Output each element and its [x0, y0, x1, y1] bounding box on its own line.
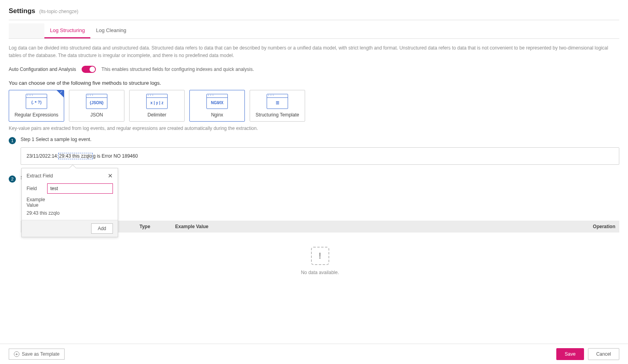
empty-text: No data available. — [21, 270, 619, 275]
method-nginx[interactable]: NGIИX Nginx — [189, 90, 245, 122]
popover-title: Extract Field — [27, 173, 53, 179]
col-operation: Operation — [588, 221, 619, 233]
field-label: Field — [27, 186, 43, 191]
method-structuring-template[interactable]: ☰ Structuring Template — [250, 90, 305, 122]
method-delimiter[interactable]: x | y | z Delimiter — [129, 90, 185, 122]
description-text: Log data can be divided into structured … — [9, 44, 619, 59]
close-icon[interactable]: ✕ — [108, 172, 113, 179]
example-value-text: 29:43 this zzqlo — [22, 210, 118, 220]
methods-hint: Key-value pairs are extracted from log e… — [9, 126, 619, 131]
selected-text[interactable]: 29:43 this zzqlo — [58, 153, 93, 159]
tabs: Log Structuring Log Cleaning — [9, 23, 619, 39]
auto-config-label: Auto Configuration and Analysis — [9, 67, 76, 72]
add-button[interactable]: Add — [91, 223, 113, 234]
col-example: Example Value — [171, 221, 588, 233]
methods-list: (.＊?) Regular Expressions {JSON} JSON x … — [9, 90, 619, 122]
field-input[interactable] — [47, 183, 113, 194]
example-value-label: Example Value — [27, 197, 54, 208]
extract-field-popover: Extract Field ✕ Field Example Value 29:4… — [21, 168, 118, 237]
method-regular-expressions[interactable]: (.＊?) Regular Expressions — [9, 90, 64, 122]
method-json[interactable]: {JSON} JSON — [69, 90, 124, 122]
methods-title: You can choose one of the following five… — [9, 80, 619, 86]
col-type: Type — [136, 221, 171, 233]
page-header: Settings (lts-topic-zhengze) — [9, 7, 619, 20]
auto-config-hint: This enables structured fields for confi… — [101, 67, 254, 72]
auto-config-row: Auto Configuration and Analysis This ena… — [9, 66, 619, 73]
delimiter-icon: x | y | z — [146, 94, 168, 109]
regex-icon: (.＊?) — [26, 94, 47, 109]
step-1-badge: 1 — [9, 137, 16, 144]
empty-icon: ! — [311, 247, 329, 265]
page-title: Settings — [9, 7, 35, 15]
nginx-icon: NGIИX — [206, 94, 228, 109]
tab-blank[interactable] — [9, 23, 44, 38]
step-1-label: Step 1 Select a sample log event. — [21, 137, 92, 142]
json-icon: {JSON} — [86, 94, 107, 109]
sample-log-box[interactable]: 23/11/2022:14:29:43 this zzqlog is Error… — [21, 147, 619, 165]
step-2-badge: 2 — [9, 175, 16, 183]
template-icon: ☰ — [267, 94, 288, 109]
tab-log-structuring[interactable]: Log Structuring — [44, 23, 90, 38]
page-subtitle: (lts-topic-zhengze) — [39, 9, 78, 14]
auto-config-toggle[interactable] — [82, 66, 96, 73]
empty-state: ! No data available. — [21, 233, 619, 283]
tab-log-cleaning[interactable]: Log Cleaning — [90, 23, 132, 38]
